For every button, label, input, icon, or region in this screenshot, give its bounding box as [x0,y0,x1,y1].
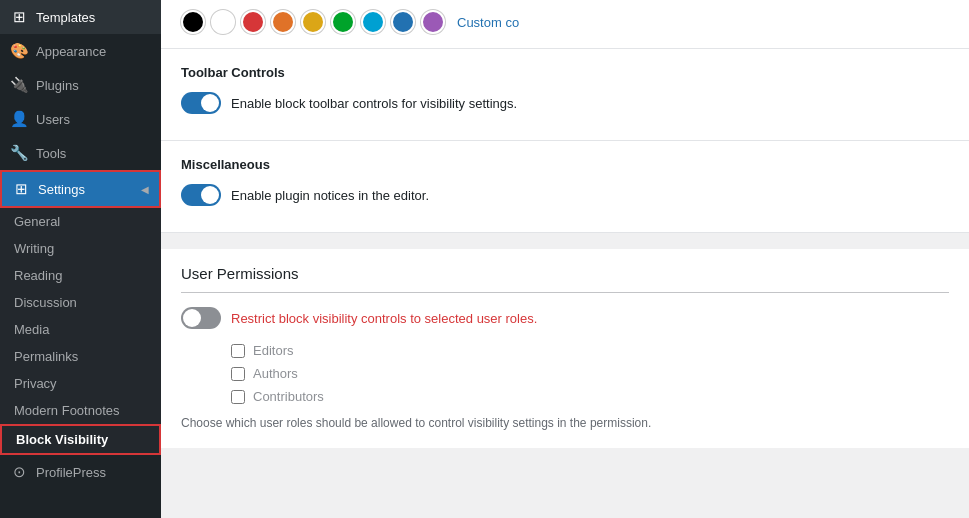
custom-color-link[interactable]: Custom co [457,15,519,30]
misc-toggle-row: Enable plugin notices in the editor. [181,184,949,206]
toolbar-controls-panel: Toolbar Controls Enable block toolbar co… [161,49,969,141]
submenu-reading[interactable]: Reading [0,262,161,289]
sidebar-label-appearance: Appearance [36,44,106,59]
miscellaneous-title: Miscellaneous [181,157,949,172]
swatch-white[interactable] [211,10,235,34]
contributors-label: Contributors [253,389,324,404]
sidebar-item-appearance[interactable]: 🎨 Appearance [0,34,161,68]
submenu-discussion[interactable]: Discussion [0,289,161,316]
toolbar-toggle-row: Enable block toolbar controls for visibi… [181,92,949,114]
authors-row: Authors [231,366,949,381]
sidebar-item-profilepress[interactable]: ⊙ ProfilePress [0,455,161,489]
sidebar-item-templates[interactable]: ⊞ Templates [0,0,161,34]
sidebar-item-tools[interactable]: 🔧 Tools [0,136,161,170]
permissions-help-text: Choose which user roles should be allowe… [181,414,949,432]
settings-submenu: General Writing Reading Discussion Media… [0,208,161,455]
sidebar-label-plugins: Plugins [36,78,79,93]
misc-toggle-label: Enable plugin notices in the editor. [231,188,429,203]
profilepress-icon: ⊙ [10,463,28,481]
submenu-general[interactable]: General [0,208,161,235]
users-icon: 👤 [10,110,28,128]
miscellaneous-panel: Miscellaneous Enable plugin notices in t… [161,141,969,233]
panel-separator [161,233,969,241]
sidebar-label-profilepress: ProfilePress [36,465,106,480]
submenu-privacy[interactable]: Privacy [0,370,161,397]
submenu-media[interactable]: Media [0,316,161,343]
sidebar-label-users: Users [36,112,70,127]
authors-label: Authors [253,366,298,381]
misc-toggle[interactable] [181,184,221,206]
tools-icon: 🔧 [10,144,28,162]
sidebar-label-tools: Tools [36,146,66,161]
swatch-green[interactable] [331,10,355,34]
toolbar-controls-title: Toolbar Controls [181,65,949,80]
restrict-label: Restrict block visibility controls to se… [231,311,537,326]
sidebar-item-plugins[interactable]: 🔌 Plugins [0,68,161,102]
toolbar-toggle[interactable] [181,92,221,114]
toolbar-toggle-label: Enable block toolbar controls for visibi… [231,96,517,111]
user-permissions-panel: User Permissions Restrict block visibili… [161,249,969,448]
color-swatches-row: Custom co [161,0,969,49]
main-content: Custom co Toolbar Controls Enable block … [161,0,969,518]
swatch-red[interactable] [241,10,265,34]
contributors-checkbox[interactable] [231,390,245,404]
swatch-blue[interactable] [391,10,415,34]
settings-icon: ⊞ [12,180,30,198]
restrict-row: Restrict block visibility controls to se… [181,307,949,329]
user-permissions-title: User Permissions [181,265,949,293]
swatch-light-blue[interactable] [361,10,385,34]
swatch-yellow[interactable] [301,10,325,34]
submenu-modern-footnotes[interactable]: Modern Footnotes [0,397,161,424]
submenu-writing[interactable]: Writing [0,235,161,262]
sidebar-item-users[interactable]: 👤 Users [0,102,161,136]
plugins-icon: 🔌 [10,76,28,94]
swatch-black[interactable] [181,10,205,34]
role-checkboxes: Editors Authors Contributors [231,343,949,404]
sidebar-label-templates: Templates [36,10,95,25]
sidebar-item-settings[interactable]: ⊞ Settings ◀ [0,170,161,208]
sidebar-label-settings: Settings [38,182,85,197]
settings-arrow-icon: ◀ [141,184,149,195]
authors-checkbox[interactable] [231,367,245,381]
restrict-toggle[interactable] [181,307,221,329]
editors-checkbox[interactable] [231,344,245,358]
swatch-orange[interactable] [271,10,295,34]
sidebar: ⊞ Templates 🎨 Appearance 🔌 Plugins 👤 Use… [0,0,161,518]
editors-row: Editors [231,343,949,358]
swatch-purple[interactable] [421,10,445,34]
contributors-row: Contributors [231,389,949,404]
templates-icon: ⊞ [10,8,28,26]
editors-label: Editors [253,343,293,358]
submenu-block-visibility[interactable]: Block Visibility [0,424,161,455]
appearance-icon: 🎨 [10,42,28,60]
submenu-permalinks[interactable]: Permalinks [0,343,161,370]
